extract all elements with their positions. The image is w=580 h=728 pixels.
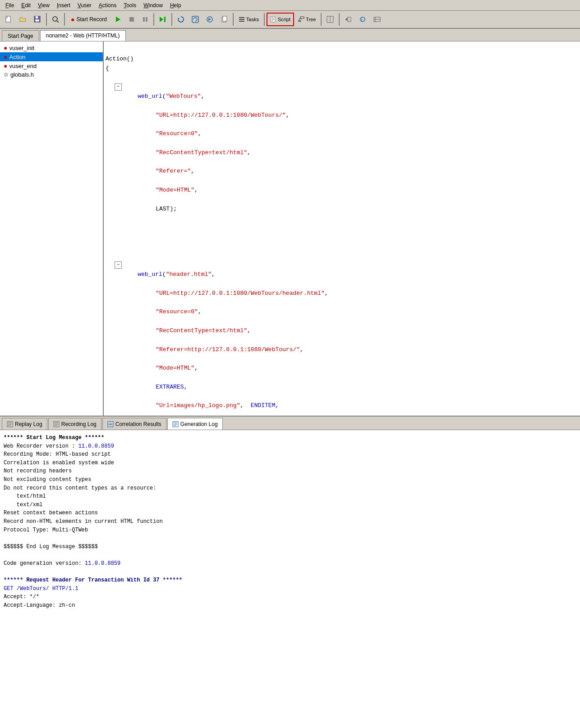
menu-help[interactable]: Help	[166, 1, 185, 9]
extra3-icon	[373, 16, 381, 23]
extra1-icon	[345, 16, 352, 23]
code-editor[interactable]: Action() { − web_url("WebTours", "URL=ht…	[104, 41, 580, 416]
svg-rect-9	[129, 17, 134, 22]
tree-label-globals: globals.h	[10, 71, 34, 78]
log-version-number: 11.0.0.8859	[78, 443, 114, 449]
log-accept-line: Accept: */*	[4, 594, 39, 600]
svg-rect-18	[223, 16, 227, 21]
find-button[interactable]	[49, 13, 62, 26]
start-record-label: Start Record	[76, 16, 106, 23]
tab-generation-log[interactable]: Generation Log	[167, 418, 223, 430]
menu-insert[interactable]: Insert	[53, 1, 74, 9]
tree-button[interactable]: Tree	[295, 13, 319, 26]
extra3-button[interactable]	[370, 13, 384, 26]
tab-replay-log[interactable]: Replay Log	[2, 418, 47, 430]
extra2-icon: i	[359, 16, 366, 23]
svg-rect-0	[6, 16, 10, 22]
step-icon	[159, 16, 166, 23]
main-area: ● vuser_init ● Action ● vuser_end ⚙ glob…	[0, 41, 580, 416]
code-panel: Action() { − web_url("WebTours", "URL=ht…	[104, 41, 580, 416]
start-record-button[interactable]: ● Start Record	[67, 13, 111, 26]
tasks-icon	[239, 16, 245, 23]
generation-log-icon	[172, 421, 179, 427]
tab-correlation[interactable]: Correlation Results	[102, 418, 166, 430]
refresh3-button[interactable]	[203, 13, 216, 26]
tab-start-page[interactable]: Start Page	[2, 30, 39, 41]
toolbar: ● Start Record Tasks Script Tr	[0, 11, 580, 29]
copy-button[interactable]	[217, 13, 231, 26]
new-button[interactable]	[2, 13, 15, 26]
script-label: Script	[278, 17, 290, 22]
tree-item-vuser-init[interactable]: ● vuser_init	[0, 43, 103, 52]
open-button[interactable]	[16, 13, 30, 26]
collapse-btn-1[interactable]: −	[115, 83, 122, 91]
tab-current-file[interactable]: noname2 - Web (HTTP/HTML)	[40, 30, 126, 41]
doc-tabs: Start Page noname2 - Web (HTTP/HTML)	[0, 29, 580, 41]
tree-label-vuser-init: vuser_init	[9, 45, 34, 51]
refresh2-button[interactable]	[189, 13, 202, 26]
extra2-button[interactable]: i	[356, 13, 369, 26]
tree-item-globals[interactable]: ⚙ globals.h	[0, 70, 103, 79]
copy-icon	[221, 16, 228, 23]
record-dot-icon: ●	[71, 16, 74, 23]
script-button[interactable]: Script	[267, 13, 294, 26]
tab-recording-log[interactable]: Recording Log	[48, 418, 101, 430]
page-icon-vuser-end: ●	[4, 62, 7, 69]
tree-label-vuser-end: vuser_end	[9, 63, 37, 69]
svg-rect-19	[239, 17, 244, 18]
refresh3-icon	[206, 16, 213, 23]
menu-view[interactable]: View	[34, 1, 53, 9]
log-get-line: GET /WebTours/ HTTP/1.1	[4, 586, 78, 592]
refresh-button[interactable]	[174, 13, 188, 26]
log-end-msg: $$$$$$ End Log Message $$$$$$	[4, 544, 98, 550]
log-start-msg: ****** Start Log Message ******	[4, 435, 104, 441]
tab-recording-log-label: Recording Log	[61, 421, 97, 427]
log-record-non-html: Record non-HTML elements in current HTML…	[4, 518, 163, 525]
pause-icon	[142, 16, 148, 23]
log-protocol-type: Protocol Type: Multi-QTWeb	[4, 527, 88, 533]
tree-icon	[298, 16, 304, 23]
left-panel: ● vuser_init ● Action ● vuser_end ⚙ glob…	[0, 41, 104, 416]
log-correlation: Correlation is enabled system wide	[4, 460, 114, 466]
file-icon-globals: ⚙	[4, 72, 9, 78]
stop-button[interactable]	[125, 13, 138, 26]
split-h-icon	[327, 16, 334, 23]
script-icon	[270, 16, 276, 23]
menu-window[interactable]: Window	[140, 1, 166, 9]
tab-replay-log-label: Replay Log	[15, 421, 42, 427]
split-h-button[interactable]	[323, 13, 337, 26]
menu-edit[interactable]: Edit	[18, 1, 34, 9]
page-icon-vuser-init: ●	[4, 44, 7, 51]
refresh-icon	[177, 16, 184, 23]
svg-rect-5	[35, 19, 39, 22]
svg-rect-11	[146, 17, 147, 22]
play-button[interactable]	[112, 13, 124, 26]
refresh2-icon	[192, 16, 199, 23]
tree-item-vuser-end[interactable]: ● vuser_end	[0, 61, 103, 70]
separator-8	[339, 13, 340, 26]
tab-current-label: noname2 - Web (HTTP/HTML)	[46, 32, 120, 39]
save-button[interactable]	[31, 13, 44, 26]
log-text-xml: text/xml	[4, 502, 42, 508]
extra1-button[interactable]	[341, 13, 355, 26]
pause-button[interactable]	[139, 13, 152, 26]
step-button[interactable]	[156, 13, 170, 26]
tasks-button[interactable]: Tasks	[235, 13, 262, 26]
menu-vuser[interactable]: Vuser	[74, 1, 95, 9]
separator-5	[233, 13, 234, 26]
svg-rect-4	[36, 16, 38, 18]
menu-file[interactable]: File	[2, 1, 18, 9]
menu-actions[interactable]: Actions	[95, 1, 120, 9]
svg-rect-32	[348, 17, 351, 22]
collapse-btn-2[interactable]: −	[115, 261, 122, 269]
log-text-html: text/html	[4, 493, 46, 499]
svg-text:i: i	[361, 17, 362, 22]
tree-label: Tree	[306, 17, 316, 22]
menu-tools[interactable]: Tools	[120, 1, 140, 9]
recording-log-icon	[53, 421, 60, 427]
save-icon	[34, 16, 41, 23]
log-recording-mode: Recording Mode: HTML-based script	[4, 451, 111, 458]
tree-item-action[interactable]: ● Action	[0, 52, 103, 61]
log-content[interactable]: ****** Start Log Message ****** Web Reco…	[0, 430, 580, 728]
tab-generation-log-label: Generation Log	[180, 421, 218, 427]
